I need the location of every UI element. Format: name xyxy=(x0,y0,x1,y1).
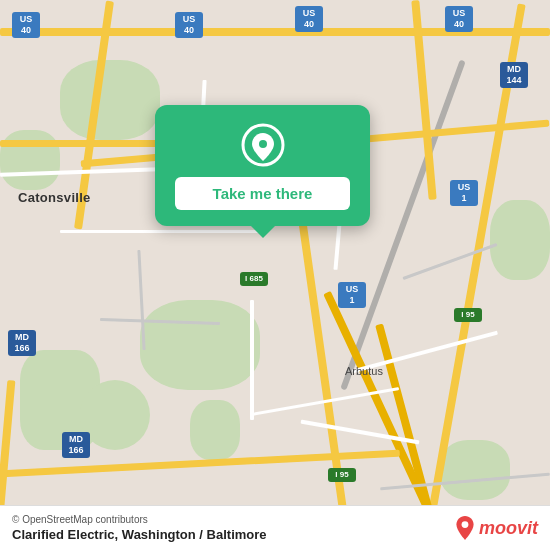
green-area-3 xyxy=(80,380,150,450)
moovit-logo: moovit xyxy=(455,516,538,540)
location-subtitle: Washington / Baltimore xyxy=(122,527,267,542)
svg-point-1 xyxy=(259,140,267,148)
road-white-2 xyxy=(60,230,260,233)
badge-md144: MD144 xyxy=(500,62,528,88)
badge-us40-4: US40 xyxy=(445,6,473,32)
badge-us1-center: US1 xyxy=(338,282,366,308)
moovit-pin-icon xyxy=(455,516,475,540)
osm-attribution: © OpenStreetMap contributors xyxy=(12,514,267,525)
bottom-bar: © OpenStreetMap contributors Clarified E… xyxy=(0,505,550,550)
moovit-brand-text: moovit xyxy=(479,518,538,539)
road-white-4 xyxy=(250,300,254,420)
catonsville-label: Catonsville xyxy=(18,190,91,205)
location-name: Clarified Electric xyxy=(12,527,115,542)
badge-us40-3: US40 xyxy=(295,6,323,32)
badge-us40-1: US40 xyxy=(12,12,40,38)
popup-card: Take me there xyxy=(155,105,370,226)
green-area-5 xyxy=(0,130,60,190)
bottom-left-info: © OpenStreetMap contributors Clarified E… xyxy=(12,514,267,542)
take-me-there-button[interactable]: Take me there xyxy=(175,177,350,210)
badge-i95-bottom: I 95 xyxy=(328,468,356,482)
green-area-8 xyxy=(490,200,550,280)
location-info: Clarified Electric, Washington / Baltimo… xyxy=(12,527,267,542)
green-area-6 xyxy=(190,400,240,460)
badge-i685: I 685 xyxy=(240,272,268,286)
badge-md166-left: MD166 xyxy=(8,330,36,356)
svg-point-2 xyxy=(462,521,469,528)
green-area-1 xyxy=(140,300,260,390)
badge-i95-right: I 95 xyxy=(454,308,482,322)
map-container: Catonsville Arbutus US40 US40 US40 US40 … xyxy=(0,0,550,550)
arbutus-label: Arbutus xyxy=(345,365,383,377)
green-area-4 xyxy=(60,60,160,140)
green-area-7 xyxy=(440,440,510,500)
badge-md166-bottom: MD166 xyxy=(62,432,90,458)
badge-us40-2: US40 xyxy=(175,12,203,38)
badge-us1-right: US1 xyxy=(450,180,478,206)
location-pin-icon xyxy=(241,123,285,167)
